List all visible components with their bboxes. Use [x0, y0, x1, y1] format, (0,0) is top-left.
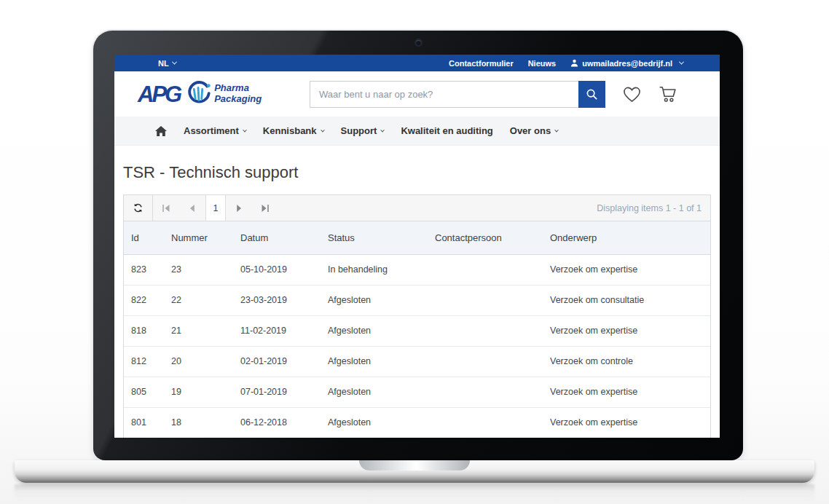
table-row[interactable]: 812 20 02-01-2019 Afgesloten Verzoek om … [124, 346, 710, 377]
nav-item-support[interactable]: Support [341, 125, 385, 136]
cell-id: 822 [124, 285, 164, 315]
cart-button[interactable] [659, 85, 677, 103]
pager-status: Displaying items 1 - 1 of 1 [597, 203, 710, 213]
account-email: uwmailadres@bedrijf.nl [582, 59, 672, 68]
cell-onderwerp: Verzoek om controle [543, 346, 710, 377]
cell-onderwerp: Verzoek om expertise [543, 377, 710, 407]
cart-icon [659, 85, 677, 103]
table-row[interactable]: 823 23 05-10-2019 In behandeling Verzoek… [124, 254, 710, 285]
cell-datum: 05-10-2019 [233, 254, 321, 285]
dna-icon [184, 81, 212, 107]
table-row[interactable]: 801 18 06-12-2018 Afgesloten Verzoek om … [124, 407, 710, 438]
main-nav: Assortiment Kennisbank Support Kwaliteit… [114, 117, 720, 146]
cell-status: Afgesloten [321, 407, 428, 438]
language-selector[interactable]: NL [158, 59, 176, 68]
column-header-status[interactable]: Status [321, 221, 428, 254]
logo[interactable]: APG Pharma Packaging [138, 81, 288, 107]
cell-datum: 23-03-2019 [233, 285, 321, 315]
logo-tagline-line2: Packaging [214, 94, 262, 105]
nav-item-over-ons[interactable]: Over ons [510, 125, 558, 136]
nav-item-label: Assortiment [184, 125, 239, 136]
cell-nummer: 19 [164, 377, 233, 407]
first-page-icon [162, 204, 170, 213]
cell-status: Afgesloten [321, 346, 428, 377]
logo-tagline-line1: Pharma [214, 83, 262, 94]
current-page-button[interactable]: 1 [205, 195, 226, 221]
heart-icon [622, 85, 642, 103]
previous-page-icon [188, 204, 197, 213]
home-icon [155, 126, 167, 136]
cell-onderwerp: Verzoek om expertise [543, 407, 710, 438]
next-page-button[interactable] [226, 195, 252, 221]
column-header-nummer[interactable]: Nummer [164, 221, 233, 254]
next-page-icon [235, 204, 243, 213]
grid-pager: 1 Displaying items 1 - 1 of 1 [124, 195, 710, 221]
laptop-bezel: NL Contactformulier Nieuws uwmailadres@b… [93, 31, 743, 460]
nav-home[interactable] [155, 126, 167, 136]
chevron-down-icon [243, 127, 247, 132]
search-input[interactable] [310, 81, 578, 108]
column-header-datum[interactable]: Datum [233, 221, 321, 254]
cell-id: 823 [124, 254, 164, 285]
cell-datum: 02-01-2019 [233, 346, 321, 377]
tsr-table: Id Nummer Datum Status Contactpersoon On… [124, 221, 710, 438]
cell-contactpersoon [428, 377, 543, 407]
laptop-base-notch [359, 460, 470, 470]
webcam-icon [416, 40, 421, 45]
laptop-base [15, 460, 814, 483]
cell-id: 812 [124, 346, 164, 377]
search-icon [586, 88, 598, 101]
topbar-link-contactformulier[interactable]: Contactformulier [449, 59, 514, 68]
person-icon [570, 59, 578, 67]
cell-contactpersoon [428, 407, 543, 438]
cell-status: Afgesloten [321, 285, 428, 315]
topbar-links: Contactformulier Nieuws uwmailadres@bedr… [449, 59, 683, 68]
logo-tagline: Pharma Packaging [214, 83, 262, 105]
column-header-contactpersoon[interactable]: Contactpersoon [428, 221, 543, 254]
table-row[interactable]: 822 22 23-03-2019 Afgesloten Verzoek om … [124, 285, 710, 315]
cell-id: 818 [124, 315, 164, 346]
wishlist-button[interactable] [622, 85, 642, 103]
tsr-grid: 1 Displaying items 1 - 1 of 1 [123, 194, 711, 438]
nav-item-kwaliteit-en-auditing[interactable]: Kwaliteit en auditing [401, 125, 492, 136]
content-area: TSR - Technisch support [114, 163, 720, 438]
column-header-id[interactable]: Id [124, 221, 164, 254]
cell-nummer: 20 [164, 346, 233, 377]
column-header-onderwerp[interactable]: Onderwerp [543, 221, 710, 254]
nav-item-label: Support [341, 125, 377, 136]
nav-item-kennisbank[interactable]: Kennisbank [263, 125, 324, 136]
language-label: NL [158, 59, 169, 68]
cell-datum: 11-02-2019 [233, 315, 321, 346]
cell-datum: 07-01-2019 [233, 377, 321, 407]
cell-status: Afgesloten [321, 315, 428, 346]
table-row[interactable]: 805 19 07-01-2019 Afgesloten Verzoek om … [124, 377, 710, 407]
first-page-button[interactable] [153, 195, 179, 221]
page-title: TSR - Technisch support [123, 163, 711, 182]
previous-page-button[interactable] [179, 195, 205, 221]
laptop-screen: NL Contactformulier Nieuws uwmailadres@b… [114, 55, 720, 438]
topbar-link-nieuws[interactable]: Nieuws [528, 59, 557, 68]
refresh-icon [133, 202, 144, 213]
cell-status: Afgesloten [321, 377, 428, 407]
cell-status: In behandeling [321, 254, 428, 285]
last-page-button[interactable] [252, 195, 278, 221]
table-row[interactable]: 818 21 11-02-2019 Afgesloten Verzoek om … [124, 315, 710, 346]
cell-nummer: 18 [164, 407, 233, 438]
logo-acronym: APG [138, 83, 180, 106]
chevron-down-icon [381, 127, 385, 132]
nav-item-label: Kennisbank [263, 125, 317, 136]
cell-nummer: 23 [164, 254, 233, 285]
cell-contactpersoon [428, 346, 543, 377]
refresh-button[interactable] [124, 195, 153, 221]
search-bar [310, 81, 605, 108]
search-button[interactable] [578, 81, 605, 108]
cell-contactpersoon [428, 285, 543, 315]
cell-contactpersoon [428, 254, 543, 285]
cell-datum: 06-12-2018 [233, 407, 321, 438]
account-menu[interactable]: uwmailadres@bedrijf.nl [570, 59, 683, 68]
nav-item-assortiment[interactable]: Assortiment [184, 125, 246, 136]
cell-nummer: 22 [164, 285, 233, 315]
chevron-down-icon [554, 127, 559, 132]
nav-item-label: Kwaliteit en auditing [401, 125, 492, 136]
cell-onderwerp: Verzoek om expertise [543, 254, 710, 285]
